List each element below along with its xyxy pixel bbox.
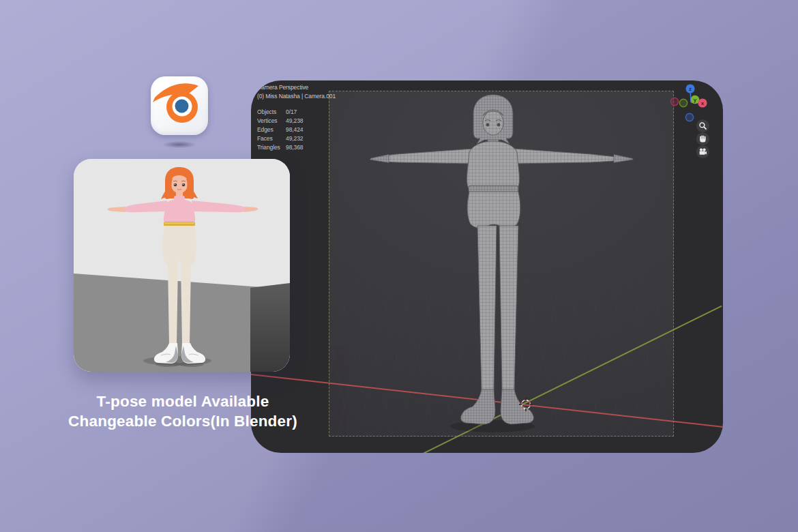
- axis-ball-neg-x[interactable]: [670, 98, 678, 105]
- camera-view-region: [329, 91, 674, 437]
- viewport-overlay-text: Camera Perspective (0) Miss Natasha | Ca…: [257, 83, 336, 152]
- hips: [162, 226, 196, 266]
- left-eye-glint: [175, 184, 175, 185]
- blender-logo-icon: [151, 76, 208, 135]
- blender-app-icon: [151, 76, 208, 135]
- stat-row-faces: Faces49,232: [257, 134, 336, 143]
- sweater-torso: [164, 199, 196, 222]
- camera-view-button[interactable]: [696, 145, 709, 158]
- floor-grid: [329, 278, 673, 436]
- left-eye: [174, 183, 177, 187]
- render-preview-scene: [74, 159, 290, 372]
- right-eye-glint: [183, 184, 183, 185]
- poster-canvas: T-pose model Available Changeable Colors…: [0, 0, 798, 532]
- render-preview-card: [74, 159, 290, 372]
- icon-drop-shadow: [156, 140, 203, 149]
- pan-button[interactable]: [696, 132, 709, 145]
- belt: [164, 222, 195, 226]
- stat-row-vertices: Vertices49,238: [257, 117, 336, 125]
- blender-logo-pupil: [175, 100, 189, 113]
- axis-ball-neg-y[interactable]: [679, 99, 687, 106]
- caption-line-2: Changeable Colors(In Blender): [26, 411, 340, 431]
- right-eye: [182, 183, 186, 187]
- stat-row-edges: Edges98,424: [257, 125, 336, 134]
- axis-label-y: y: [694, 97, 697, 103]
- axis-label-z: z: [689, 86, 692, 92]
- active-object-name: (0) Miss Natasha | Camera.001: [257, 92, 336, 101]
- caption: T-pose model Available Changeable Colors…: [26, 391, 340, 431]
- stat-row-triangles: Triangles98,368: [257, 143, 336, 152]
- axis-ball-neg-z[interactable]: [685, 113, 693, 121]
- zoom-button[interactable]: [696, 119, 709, 132]
- studio-dark-corner: [250, 283, 290, 372]
- navigation-axis-gizmo[interactable]: z y x: [668, 82, 712, 125]
- stat-row-objects: Objects0/17: [257, 108, 336, 117]
- left-pant-leg: [168, 264, 178, 344]
- hand-icon: [698, 134, 707, 143]
- view-name: Camera Perspective: [257, 83, 336, 92]
- right-pant-leg: [181, 264, 191, 344]
- scene-statistics: Objects0/17 Vertices49,238 Edges98,424 F…: [257, 108, 336, 152]
- belt-highlight: [164, 222, 194, 224]
- magnifier-icon: [698, 121, 707, 130]
- axis-label-x: x: [701, 100, 705, 106]
- camera-icon: [698, 147, 707, 156]
- caption-line-1: T-pose model Available: [26, 391, 340, 411]
